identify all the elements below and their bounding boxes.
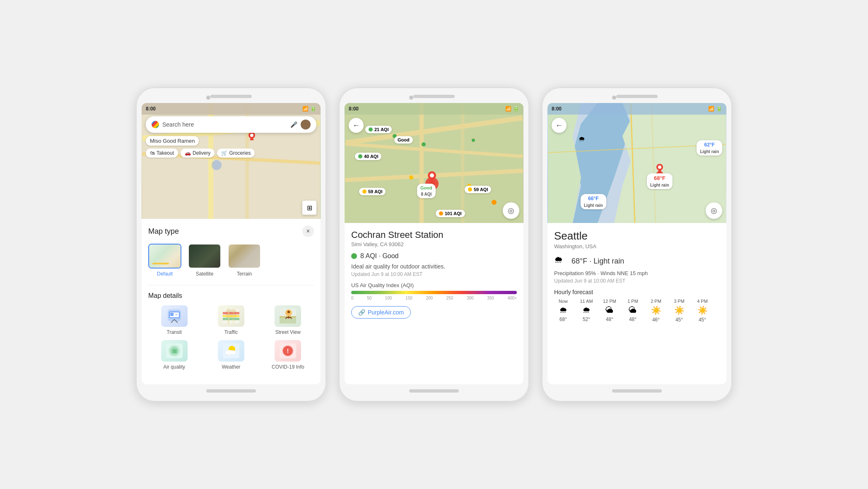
detail-streetview[interactable]: Street View — [262, 305, 314, 335]
aqi-59l-label: 59 AQI — [368, 189, 382, 194]
streetview-label: Street View — [275, 329, 301, 335]
detail-transit[interactable]: Transit — [148, 305, 200, 335]
hourly-now: Now 🌧 68° — [554, 299, 572, 323]
mic-icon-1[interactable]: 🎤 — [290, 121, 297, 128]
map-type-panel: Map type × Default Satellite — [142, 219, 321, 376]
hourly-time-4: 4 PM — [697, 299, 708, 304]
hourly-3pm: 3 PM ☀️ 45° — [670, 299, 688, 323]
weather-map-background — [547, 103, 726, 223]
detail-traffic[interactable]: Traffic — [205, 305, 257, 335]
details-title: Map details — [148, 292, 314, 300]
map-cond-main: Light rain — [650, 183, 669, 187]
map-type-default[interactable]: Default — [148, 244, 181, 277]
phone-3: 8:00 📶 🔋 ← ◎ 68°F Light rain 66°F Light … — [542, 87, 732, 402]
status-time-2: 8:00 — [349, 106, 359, 112]
hourly-icon-2: ☀️ — [651, 305, 661, 315]
back-button-2[interactable]: ← — [349, 118, 364, 133]
aqi-map-svg — [345, 103, 523, 223]
hourly-temp-2: 46° — [652, 317, 660, 323]
location-button-3[interactable]: ◎ — [706, 202, 722, 219]
hourly-time-now: Now — [559, 299, 568, 304]
hourly-icon-1: 🌥 — [629, 305, 637, 315]
svg-text:!: ! — [287, 348, 289, 354]
hourly-time-11: 11 AM — [580, 299, 593, 304]
svg-rect-44 — [420, 103, 424, 223]
purpleair-link[interactable]: 🔗 PurpleAir.com — [351, 306, 411, 319]
weather-map-svg — [547, 103, 726, 223]
weather-main-row: 🌧 68°F · Light rain — [554, 254, 720, 268]
svg-rect-45 — [461, 103, 464, 223]
aqi-badge-good-main: Good 8 AQI — [417, 184, 436, 198]
svg-point-7 — [250, 134, 253, 137]
phone-1-screen: 8:00 📶 🔋 Search here 🎤 Miso Good Ramen 🛍… — [142, 103, 321, 384]
close-button[interactable]: × — [302, 225, 314, 237]
svg-text:≋: ≋ — [171, 348, 177, 355]
map-type-satellite[interactable]: Satellite — [188, 244, 221, 277]
aqi-101-label: 101 AQI — [445, 211, 462, 216]
aqi-badge-101: 101 AQI — [436, 210, 465, 217]
chip-delivery[interactable]: 🚗 Delivery — [181, 149, 215, 158]
detail-weather[interactable]: Weather — [205, 340, 257, 370]
wifi-icon-1: 📶 — [302, 106, 309, 112]
svg-point-48 — [430, 173, 434, 177]
phone-speaker-3 — [616, 95, 658, 98]
map-type-thumb-satellite — [188, 244, 221, 268]
weather-label: Weather — [222, 364, 240, 370]
weather-temp-condition: 68°F · Light rain — [571, 257, 624, 266]
hourly-time-2: 2 PM — [651, 299, 661, 304]
svg-point-35 — [229, 350, 236, 355]
hourly-2pm: 2 PM ☀️ 46° — [647, 299, 665, 323]
svg-point-52 — [409, 175, 413, 180]
hourly-temp-12: 48° — [606, 316, 613, 322]
aqi-8-text: 8 AQI — [421, 192, 432, 197]
status-icons-2: 📶 🔋 — [505, 106, 519, 112]
aqi-badge-40: 40 AQI — [355, 153, 381, 160]
hourly-4pm: 4 PM ☀️ 45° — [693, 299, 711, 323]
purpleair-label: PurpleAir.com — [368, 309, 404, 316]
svg-rect-11 — [175, 314, 178, 315]
hourly-forecast-row: Now 🌧 68° 11 AM 🌧 52° 12 PM 🌥 48° — [554, 299, 720, 323]
detail-airquality[interactable]: ≋ Air quality — [148, 340, 200, 370]
thumb-satellite-visual — [189, 244, 220, 268]
map-type-label-satellite: Satellite — [196, 271, 214, 277]
hourly-time-1: 1 PM — [627, 299, 638, 304]
city-name: Seattle — [554, 230, 720, 242]
aqi-good-top-text: Good — [398, 137, 410, 142]
phone-home-3 — [612, 389, 662, 393]
aqi-dot-59l — [362, 189, 366, 194]
map-temp-2: 66°F — [588, 196, 598, 201]
phone-camera-3 — [612, 96, 616, 100]
hourly-icon-11: 🌧 — [582, 305, 591, 315]
aqi-index-title: US Air Quality Index (AQI) — [351, 282, 517, 288]
phone-speaker-2 — [413, 95, 455, 98]
streetview-icon — [275, 305, 301, 327]
location-button-2[interactable]: ◎ — [503, 202, 519, 219]
status-bar-3: 8:00 📶 🔋 — [547, 103, 726, 115]
aqi-badge-21-label: 21 AQI — [374, 127, 388, 132]
signal-icon-2: 📶 — [505, 106, 511, 112]
detail-covid[interactable]: ! COVID-19 Info — [262, 340, 314, 370]
aqi-label-good-top: Good — [394, 136, 413, 144]
back-button-3[interactable]: ← — [552, 118, 567, 133]
avatar-1[interactable] — [301, 120, 311, 129]
phone-3-screen: 8:00 📶 🔋 ← ◎ 68°F Light rain 66°F Light … — [547, 103, 726, 384]
search-bar-1[interactable]: Search here 🎤 — [146, 116, 316, 133]
traffic-icon — [218, 305, 244, 327]
phones-container: 8:00 📶 🔋 Search here 🎤 Miso Good Ramen 🛍… — [136, 87, 732, 402]
aqi-status-dot — [351, 253, 357, 259]
aqi-good-main-text: Good — [420, 185, 432, 190]
layers-button-1[interactable]: ⊞ — [302, 201, 316, 215]
airquality-icon: ≋ — [161, 340, 188, 362]
map-type-terrain[interactable]: Terrain — [228, 244, 261, 277]
aqi-dot-40 — [358, 154, 362, 158]
phone-home-1 — [206, 389, 256, 393]
place-chip-1[interactable]: Miso Good Ramen — [146, 136, 199, 146]
hourly-icon-12: 🌥 — [605, 305, 614, 315]
chip-takeout[interactable]: 🛍 Takeout — [146, 149, 178, 158]
chip-groceries[interactable]: 🛒 Groceries — [217, 149, 255, 158]
airquality-label: Air quality — [163, 364, 185, 370]
hourly-11am: 11 AM 🌧 52° — [577, 299, 596, 323]
status-icons-3: 📶 🔋 — [708, 106, 722, 112]
location-name-2: Cochran Street Station — [351, 230, 517, 240]
google-logo-1 — [152, 121, 159, 128]
